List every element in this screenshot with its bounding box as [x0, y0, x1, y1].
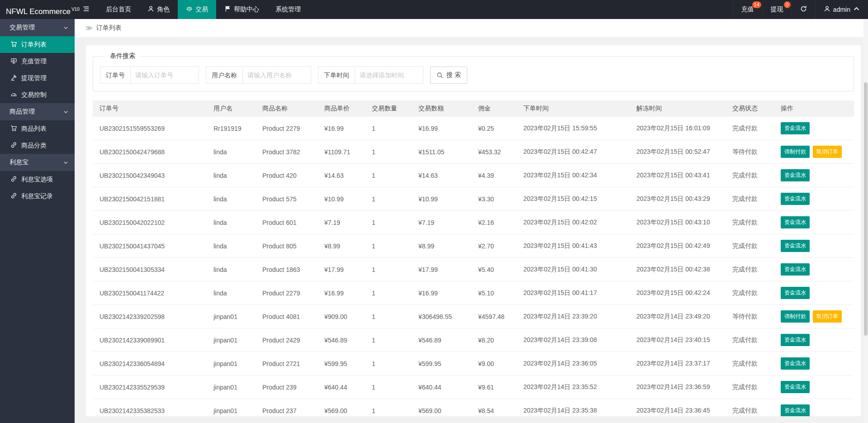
cell-status: 完成付款 [726, 164, 774, 187]
table-row: UB2302150042022102lindaProduct 601¥7.191… [93, 211, 854, 234]
cell-amount: ¥8.99 [412, 234, 471, 258]
fund-flow-button[interactable]: 资金流水 [781, 334, 810, 346]
sidebar-item-label: 交易控制 [21, 91, 47, 99]
user-name-input[interactable] [242, 67, 311, 84]
fund-flow-button[interactable]: 资金流水 [781, 216, 810, 228]
topnav-item-trade[interactable]: 交易 [178, 0, 216, 19]
fund-flow-button[interactable]: 资金流水 [781, 263, 810, 276]
cell-unfreeze_time: 2023年02月14日 23:37:17 [630, 352, 726, 375]
double-chevron-icon: ≫ [85, 24, 93, 32]
cell-order_no: UB2302151559553269 [93, 117, 207, 140]
topnav-item-label: 系统管理 [275, 5, 301, 14]
topnav-item-system-management[interactable]: 系统管理 [267, 0, 309, 19]
sidebar-item-label: 利息宝选项 [21, 176, 53, 184]
cell-username: jinpan01 [207, 305, 256, 328]
search-form: 订单号 用户名称 下单时间 搜 索 [100, 67, 847, 84]
sidebar-item-lixibao-options[interactable]: 利息宝选项 [0, 171, 75, 188]
sidebar-group-label: 利息宝 [9, 158, 28, 166]
cell-status: 完成付款 [726, 211, 774, 234]
sidebar-group-product-management[interactable]: 商品管理 [0, 103, 75, 120]
sidebar-item-trade-control[interactable]: 交易控制 [0, 86, 75, 103]
sidebar-item-label: 提现管理 [21, 74, 47, 82]
topnav-item-dashboard[interactable]: 后台首页 [98, 0, 139, 19]
fund-flow-button[interactable]: 资金流水 [781, 381, 810, 393]
fund-flow-button[interactable]: 资金流水 [781, 240, 810, 252]
orders-table-body: UB2302151559553269Rr191919Product 2279¥1… [93, 117, 854, 416]
table-row: UB2302150041305334lindaProduct 1863¥17.9… [93, 258, 854, 281]
cancel-order-button[interactable]: 取消订单 [813, 146, 842, 158]
cell-actions: 强制付款取消订单 [774, 305, 854, 328]
fund-flow-button[interactable]: 资金流水 [781, 287, 810, 299]
cell-qty: 1 [365, 352, 412, 375]
search-button-label: 搜 索 [446, 71, 461, 79]
table-row: UB2302142339089901jinpan01Product 2429¥5… [93, 328, 854, 352]
sidebar-item-product-list[interactable]: 商品列表 [0, 120, 75, 137]
cell-price: ¥16.99 [318, 281, 365, 305]
force-pay-button[interactable]: 强制付款 [781, 146, 810, 158]
fund-flow-button[interactable]: 资金流水 [781, 169, 810, 181]
link-icon [10, 192, 17, 200]
cell-username: linda [207, 187, 256, 211]
cell-commission: ¥2.70 [471, 234, 517, 258]
chevron-down-icon [63, 109, 68, 114]
sidebar-item-product-category[interactable]: 商品分类 [0, 137, 75, 154]
cell-amount: ¥14.63 [412, 164, 471, 187]
sidebar-group-lixibao[interactable]: 利息宝 [0, 154, 75, 171]
brand-name: NFWL Ecommerce [6, 7, 71, 16]
cell-order_time: 2023年02月14日 23:36:05 [517, 352, 630, 375]
order-time-input[interactable] [355, 67, 423, 84]
sidebar-item-withdraw-management[interactable]: 提现管理 [0, 70, 75, 86]
cell-price: ¥569.00 [318, 399, 365, 417]
cell-order_no: UB2302150042349043 [93, 164, 207, 187]
cell-price: ¥14.63 [318, 164, 365, 187]
cell-status: 完成付款 [726, 281, 774, 305]
table-row: UB2302150042479688lindaProduct 3782¥1109… [93, 140, 854, 164]
force-pay-button[interactable]: 强制付款 [781, 310, 810, 323]
search-button[interactable]: 搜 索 [430, 67, 467, 84]
table-row: UB2302151559553269Rr191919Product 2279¥1… [93, 117, 854, 140]
cell-amount: ¥1511.05 [412, 140, 471, 164]
sidebar-item-lixibao-records[interactable]: 利息宝记录 [0, 188, 75, 204]
fund-flow-button[interactable]: 资金流水 [781, 122, 810, 134]
order-time-field-label: 下单时间 [318, 67, 355, 84]
table-row: UB2302142339202598jinpan01Product 4081¥9… [93, 305, 854, 328]
fund-flow-button[interactable]: 资金流水 [781, 357, 810, 370]
admin-menu[interactable]: admin [815, 0, 868, 19]
cell-order_no: UB2302150042151881 [93, 187, 207, 211]
sidebar-item-label: 订单列表 [21, 41, 47, 49]
cell-unfreeze_time: 2023年02月15日 00:42:49 [630, 234, 726, 258]
sidebar-group-trade-management[interactable]: 交易管理 [0, 19, 75, 36]
link-icon [10, 176, 17, 184]
fund-flow-button[interactable]: 资金流水 [781, 404, 810, 416]
topnav-item-help-center[interactable]: 帮助中心 [216, 0, 267, 19]
link-icon [10, 142, 17, 150]
topnav-item-roles[interactable]: 角色 [139, 0, 178, 19]
recharge-nav-button[interactable]: 充值 14 [733, 0, 762, 19]
cell-username: linda [207, 164, 256, 187]
cell-price: ¥599.95 [318, 352, 365, 375]
cell-actions: 资金流水 [774, 117, 854, 140]
cell-order_time: 2023年02月15日 15:59:55 [517, 117, 630, 140]
chevron-down-icon [63, 25, 68, 30]
sidebar-item-recharge-management[interactable]: 充值管理 [0, 53, 75, 70]
cell-product: Product 2279 [256, 281, 318, 305]
scrollbar-thumb[interactable] [864, 82, 868, 336]
cell-actions: 资金流水 [774, 211, 854, 234]
fund-flow-button[interactable]: 资金流水 [781, 193, 810, 205]
cell-order_no: UB2302142336054894 [93, 352, 207, 375]
topnav-item-label: 帮助中心 [234, 5, 259, 14]
withdraw-nav-button[interactable]: 提现 0 [762, 0, 792, 19]
cell-status: 完成付款 [726, 328, 774, 352]
refresh-button[interactable] [792, 0, 815, 19]
order-no-input[interactable] [130, 67, 199, 84]
cell-username: jinpan01 [207, 399, 256, 417]
cancel-order-button[interactable]: 取消订单 [813, 310, 842, 323]
cell-order_time: 2023年02月14日 23:39:20 [517, 305, 630, 328]
search-icon [436, 72, 443, 79]
user-icon [147, 5, 154, 14]
cell-order_time: 2023年02月15日 00:42:15 [517, 187, 630, 211]
cell-qty: 1 [365, 234, 412, 258]
sidebar-item-order-list[interactable]: 订单列表 [0, 36, 75, 53]
sidebar-toggle-button[interactable] [75, 0, 98, 19]
user-name-field-label: 用户名称 [206, 67, 243, 84]
